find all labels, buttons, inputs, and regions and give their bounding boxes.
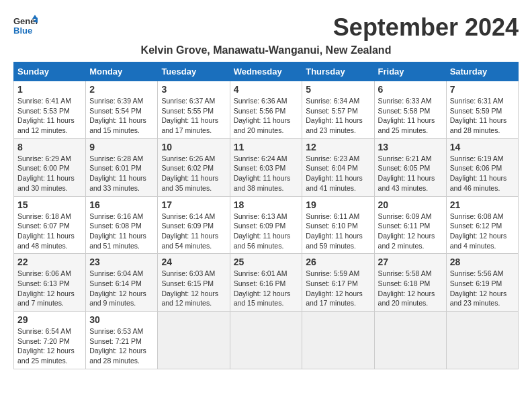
calendar-cell: 7Sunrise: 6:31 AM Sunset: 5:59 PM Daylig…: [446, 81, 518, 139]
logo: General Blue: [13, 13, 40, 38]
calendar-cell: 23Sunrise: 6:04 AM Sunset: 6:14 PM Dayli…: [86, 254, 158, 312]
calendar-cell: 18Sunrise: 6:13 AM Sunset: 6:09 PM Dayli…: [230, 196, 302, 254]
calendar-cell: [374, 312, 446, 369]
day-info: Sunrise: 6:41 AM Sunset: 5:53 PM Dayligh…: [17, 96, 82, 136]
weekday-header-friday: Friday: [374, 62, 446, 81]
day-info: Sunrise: 5:58 AM Sunset: 6:18 PM Dayligh…: [378, 269, 443, 308]
day-number: 24: [161, 257, 226, 267]
day-info: Sunrise: 6:33 AM Sunset: 5:58 PM Dayligh…: [378, 96, 443, 136]
svg-text:Blue: Blue: [13, 26, 32, 36]
calendar-cell: 16Sunrise: 6:16 AM Sunset: 6:08 PM Dayli…: [86, 196, 158, 254]
day-number: 14: [450, 142, 515, 152]
day-number: 29: [17, 314, 82, 325]
day-number: 10: [161, 142, 226, 152]
calendar-cell: 19Sunrise: 6:11 AM Sunset: 6:10 PM Dayli…: [302, 196, 374, 254]
calendar-cell: 28Sunrise: 5:56 AM Sunset: 6:19 PM Dayli…: [446, 254, 518, 312]
day-info: Sunrise: 6:09 AM Sunset: 6:11 PM Dayligh…: [378, 212, 443, 251]
calendar-cell: [302, 312, 374, 369]
calendar-cell: 2Sunrise: 6:39 AM Sunset: 5:54 PM Daylig…: [86, 81, 158, 139]
day-number: 11: [234, 142, 299, 152]
calendar-cell: 11Sunrise: 6:24 AM Sunset: 6:03 PM Dayli…: [230, 138, 302, 196]
day-info: Sunrise: 6:34 AM Sunset: 5:57 PM Dayligh…: [306, 96, 370, 136]
day-info: Sunrise: 6:29 AM Sunset: 6:00 PM Dayligh…: [17, 154, 82, 193]
calendar-cell: 24Sunrise: 6:03 AM Sunset: 6:15 PM Dayli…: [158, 254, 230, 312]
month-title: September 2024: [333, 13, 519, 42]
day-info: Sunrise: 6:54 AM Sunset: 7:20 PM Dayligh…: [17, 326, 82, 366]
calendar-cell: 3Sunrise: 6:37 AM Sunset: 5:55 PM Daylig…: [158, 81, 230, 139]
calendar-cell: [230, 312, 302, 369]
day-info: Sunrise: 5:56 AM Sunset: 6:19 PM Dayligh…: [450, 269, 515, 308]
day-info: Sunrise: 6:26 AM Sunset: 6:02 PM Dayligh…: [161, 154, 226, 193]
day-number: 18: [234, 199, 299, 210]
calendar-cell: 4Sunrise: 6:36 AM Sunset: 5:56 PM Daylig…: [230, 81, 302, 139]
weekday-header-sunday: Sunday: [14, 62, 86, 81]
day-number: 27: [378, 257, 443, 267]
day-info: Sunrise: 6:13 AM Sunset: 6:09 PM Dayligh…: [234, 212, 299, 251]
calendar-cell: 8Sunrise: 6:29 AM Sunset: 6:00 PM Daylig…: [14, 138, 86, 196]
day-info: Sunrise: 6:19 AM Sunset: 6:06 PM Dayligh…: [450, 154, 515, 193]
weekday-header-monday: Monday: [86, 62, 158, 81]
calendar-cell: 27Sunrise: 5:58 AM Sunset: 6:18 PM Dayli…: [374, 254, 446, 312]
day-number: 30: [89, 314, 154, 325]
day-number: 16: [89, 199, 154, 210]
calendar-cell: 15Sunrise: 6:18 AM Sunset: 6:07 PM Dayli…: [14, 196, 86, 254]
day-number: 17: [161, 199, 226, 210]
day-number: 19: [306, 199, 370, 210]
calendar-cell: 29Sunrise: 6:54 AM Sunset: 7:20 PM Dayli…: [14, 312, 86, 369]
day-number: 22: [17, 257, 82, 267]
day-info: Sunrise: 6:28 AM Sunset: 6:01 PM Dayligh…: [89, 154, 154, 193]
calendar-cell: 22Sunrise: 6:06 AM Sunset: 6:13 PM Dayli…: [14, 254, 86, 312]
day-number: 4: [234, 84, 299, 95]
day-info: Sunrise: 5:59 AM Sunset: 6:17 PM Dayligh…: [306, 269, 370, 308]
day-info: Sunrise: 6:04 AM Sunset: 6:14 PM Dayligh…: [89, 269, 154, 308]
day-info: Sunrise: 6:01 AM Sunset: 6:16 PM Dayligh…: [234, 269, 299, 308]
calendar-cell: 13Sunrise: 6:21 AM Sunset: 6:05 PM Dayli…: [374, 138, 446, 196]
day-number: 25: [234, 257, 299, 267]
calendar-cell: [158, 312, 230, 369]
day-number: 23: [89, 257, 154, 267]
day-number: 21: [450, 199, 515, 210]
calendar-cell: 21Sunrise: 6:08 AM Sunset: 6:12 PM Dayli…: [446, 196, 518, 254]
day-info: Sunrise: 6:24 AM Sunset: 6:03 PM Dayligh…: [234, 154, 299, 193]
calendar-cell: [446, 312, 518, 369]
day-info: Sunrise: 6:37 AM Sunset: 5:55 PM Dayligh…: [161, 96, 226, 136]
day-info: Sunrise: 6:31 AM Sunset: 5:59 PM Dayligh…: [450, 96, 515, 136]
weekday-header-thursday: Thursday: [302, 62, 374, 81]
calendar-cell: 30Sunrise: 6:53 AM Sunset: 7:21 PM Dayli…: [86, 312, 158, 369]
day-number: 15: [17, 199, 82, 210]
weekday-header-wednesday: Wednesday: [230, 62, 302, 81]
calendar-cell: 25Sunrise: 6:01 AM Sunset: 6:16 PM Dayli…: [230, 254, 302, 312]
calendar-cell: 17Sunrise: 6:14 AM Sunset: 6:09 PM Dayli…: [158, 196, 230, 254]
day-info: Sunrise: 6:21 AM Sunset: 6:05 PM Dayligh…: [378, 154, 443, 193]
day-number: 12: [306, 142, 370, 152]
day-info: Sunrise: 6:18 AM Sunset: 6:07 PM Dayligh…: [17, 212, 82, 251]
day-number: 3: [161, 84, 226, 95]
day-info: Sunrise: 6:23 AM Sunset: 6:04 PM Dayligh…: [306, 154, 370, 193]
calendar-cell: 1Sunrise: 6:41 AM Sunset: 5:53 PM Daylig…: [14, 81, 86, 139]
calendar-cell: 14Sunrise: 6:19 AM Sunset: 6:06 PM Dayli…: [446, 138, 518, 196]
day-number: 8: [17, 142, 82, 152]
day-info: Sunrise: 6:36 AM Sunset: 5:56 PM Dayligh…: [234, 96, 299, 136]
day-info: Sunrise: 6:03 AM Sunset: 6:15 PM Dayligh…: [161, 269, 226, 308]
day-info: Sunrise: 6:16 AM Sunset: 6:08 PM Dayligh…: [89, 212, 154, 251]
day-number: 9: [89, 142, 154, 152]
weekday-header-saturday: Saturday: [446, 62, 518, 81]
day-info: Sunrise: 6:06 AM Sunset: 6:13 PM Dayligh…: [17, 269, 82, 308]
day-number: 1: [17, 84, 82, 95]
day-number: 6: [378, 84, 443, 95]
weekday-header-tuesday: Tuesday: [158, 62, 230, 81]
calendar-cell: 26Sunrise: 5:59 AM Sunset: 6:17 PM Dayli…: [302, 254, 374, 312]
calendar-cell: 12Sunrise: 6:23 AM Sunset: 6:04 PM Dayli…: [302, 138, 374, 196]
day-number: 2: [89, 84, 154, 95]
day-info: Sunrise: 6:08 AM Sunset: 6:12 PM Dayligh…: [450, 212, 515, 251]
day-info: Sunrise: 6:39 AM Sunset: 5:54 PM Dayligh…: [89, 96, 154, 136]
day-info: Sunrise: 6:14 AM Sunset: 6:09 PM Dayligh…: [161, 212, 226, 251]
calendar-cell: 9Sunrise: 6:28 AM Sunset: 6:01 PM Daylig…: [86, 138, 158, 196]
subtitle: Kelvin Grove, Manawatu-Wanganui, New Zea…: [13, 44, 519, 56]
day-number: 7: [450, 84, 515, 95]
calendar-cell: 10Sunrise: 6:26 AM Sunset: 6:02 PM Dayli…: [158, 138, 230, 196]
day-number: 5: [306, 84, 370, 95]
day-number: 13: [378, 142, 443, 152]
day-info: Sunrise: 6:53 AM Sunset: 7:21 PM Dayligh…: [89, 326, 154, 366]
calendar-cell: 6Sunrise: 6:33 AM Sunset: 5:58 PM Daylig…: [374, 81, 446, 139]
